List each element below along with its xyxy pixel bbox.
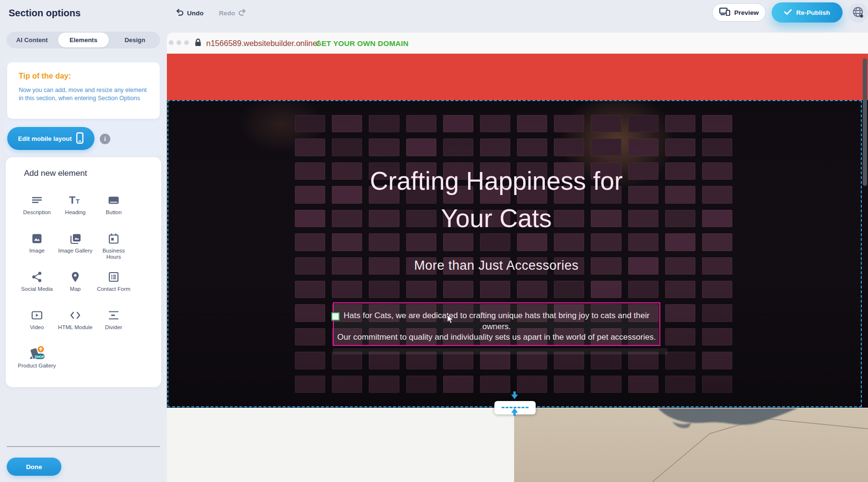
republish-button[interactable]: Re-Publish xyxy=(772,2,843,23)
panel-tabs: AI Content Elements Design xyxy=(7,32,160,48)
button-icon xyxy=(108,193,119,207)
tab-elements[interactable]: Elements xyxy=(58,33,108,47)
phone-icon xyxy=(76,132,83,145)
hero-tile xyxy=(628,115,658,132)
hero-tile xyxy=(369,376,399,393)
hero-tile xyxy=(443,281,473,298)
next-section-blank xyxy=(167,408,514,482)
next-section-floor-image xyxy=(514,408,868,482)
get-domain-link[interactable]: GET YOUR OWN DOMAIN xyxy=(316,39,409,48)
add-element-divider[interactable]: Divider xyxy=(94,303,133,342)
tab-ai-content[interactable]: AI Content xyxy=(7,32,57,48)
hero-tile xyxy=(665,352,695,369)
svg-text:T: T xyxy=(69,195,76,206)
tip-body: Now you can add, move and resize any ele… xyxy=(19,86,149,103)
hero-tile xyxy=(665,304,695,321)
add-element-video[interactable]: Video xyxy=(18,303,56,342)
html-module-icon xyxy=(70,308,81,322)
map-icon xyxy=(70,270,81,284)
hero-tile xyxy=(517,115,547,132)
hero-tile xyxy=(480,281,510,298)
info-icon[interactable]: i xyxy=(100,134,110,144)
hero-tile xyxy=(702,115,732,132)
add-element-image-gallery[interactable]: Image Gallery xyxy=(56,227,94,265)
drop-zone-indicator xyxy=(333,348,668,355)
browser-scrollbar-thumb[interactable] xyxy=(863,58,867,186)
done-button[interactable]: Done xyxy=(7,458,61,476)
hero-tile xyxy=(295,138,325,156)
hero-tile xyxy=(702,304,732,321)
hero-tile xyxy=(369,115,399,132)
description-icon xyxy=(31,193,43,207)
hero-tile xyxy=(295,376,325,393)
hero-tile xyxy=(628,376,658,393)
add-element-map[interactable]: Map xyxy=(56,265,94,303)
hero-tile xyxy=(554,376,584,393)
hero-tile xyxy=(295,352,325,369)
edit-mobile-layout-button[interactable]: Edit mobile layout xyxy=(7,127,94,150)
hero-tile xyxy=(295,304,325,321)
hero-tile xyxy=(480,138,510,156)
hero-tile xyxy=(517,281,547,298)
svg-text:T: T xyxy=(76,198,80,205)
language-globe-button[interactable] xyxy=(848,3,868,23)
hero-tile xyxy=(332,281,362,298)
hero-tile xyxy=(443,115,473,132)
hero-tile xyxy=(480,376,510,393)
hero-tile xyxy=(591,376,621,393)
hero-tile xyxy=(406,115,436,132)
section-resize-arrow-down-icon xyxy=(511,391,518,401)
selected-text-element[interactable]: Hats for Cats, we are dedicated to craft… xyxy=(333,302,660,346)
add-element-html-module[interactable]: HTML Module xyxy=(56,303,94,342)
element-resize-handle[interactable] xyxy=(331,312,340,321)
hero-tile xyxy=(554,115,584,132)
hero-tile xyxy=(369,281,399,298)
image-icon xyxy=(31,231,43,246)
address-bar-url[interactable]: n1566589.websitebuilder.online/ xyxy=(206,39,319,48)
hero-heading[interactable]: Crafting Happiness for Your Cats xyxy=(167,162,825,237)
add-element-heading[interactable]: TT Heading xyxy=(56,188,94,227)
add-element-description[interactable]: Description xyxy=(18,188,56,227)
contact-form-icon xyxy=(108,270,119,284)
add-element-business-hours[interactable]: Business Hours xyxy=(94,227,133,265)
hero-tile xyxy=(332,138,362,156)
redo-button[interactable]: Redo xyxy=(219,9,247,17)
add-element-contact-form[interactable]: Contact Form xyxy=(94,265,133,303)
sidebar-divider xyxy=(7,446,160,447)
hero-subheading[interactable]: More than Just Accessories xyxy=(167,258,825,273)
hero-tile xyxy=(591,138,621,156)
hero-tile xyxy=(702,328,732,345)
hero-tile xyxy=(554,138,584,156)
hero-tile xyxy=(702,138,732,156)
add-element-social-media[interactable]: Social Media xyxy=(18,265,56,303)
preview-button[interactable]: Preview xyxy=(712,3,766,22)
hero-tile xyxy=(295,328,325,345)
tip-title: Tip of the day: xyxy=(19,72,71,80)
hero-tile xyxy=(480,115,510,132)
hero-tile xyxy=(517,138,547,156)
heading-icon: TT xyxy=(69,193,82,207)
redo-icon xyxy=(238,9,246,17)
add-element-button[interactable]: Button xyxy=(94,188,133,227)
hero-tile xyxy=(665,138,695,156)
globe-icon xyxy=(852,6,864,20)
hero-tile xyxy=(332,376,362,393)
hero-tile xyxy=(406,138,436,156)
hero-section[interactable]: Crafting Happiness for Your Cats More th… xyxy=(167,100,868,408)
svg-text:SHOP: SHOP xyxy=(35,355,45,358)
browser-window-dots xyxy=(169,40,189,45)
add-element-product-gallery[interactable]: SHOP Product Gallery xyxy=(18,342,56,380)
hero-tile xyxy=(443,138,473,156)
hero-tile xyxy=(443,376,473,393)
tab-design[interactable]: Design xyxy=(110,32,160,48)
add-element-grid: Description TT Heading Button Image Imag… xyxy=(18,188,152,380)
devices-icon xyxy=(719,8,730,17)
add-element-image[interactable]: Image xyxy=(18,227,56,265)
hero-tile xyxy=(406,376,436,393)
hero-tile xyxy=(591,281,621,298)
divider-icon xyxy=(108,308,119,322)
undo-button[interactable]: Undo xyxy=(176,9,204,17)
hero-tile xyxy=(628,138,658,156)
lock-icon xyxy=(195,38,201,48)
page-title: Section options xyxy=(9,8,81,19)
